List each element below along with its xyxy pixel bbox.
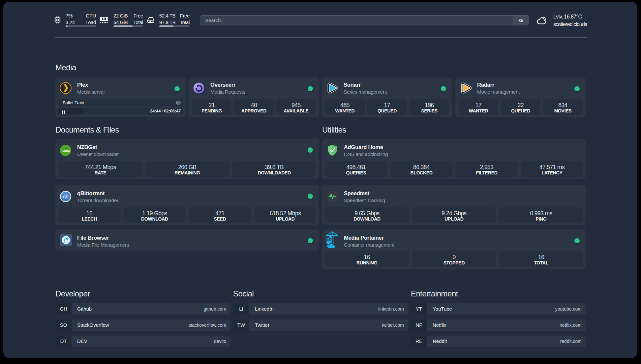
svg-text:nzbget: nzbget xyxy=(62,149,70,152)
svg-text:qb: qb xyxy=(63,194,68,199)
